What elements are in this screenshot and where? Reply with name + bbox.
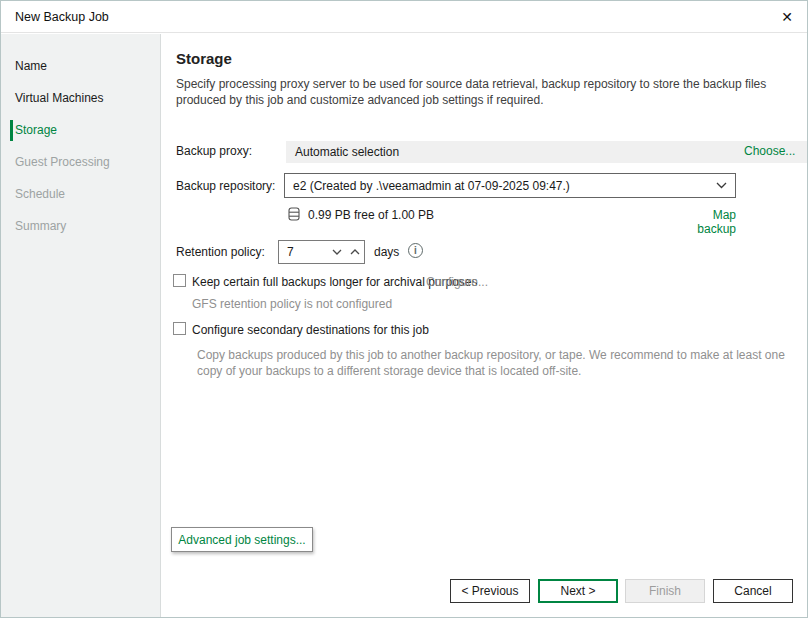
window-title: New Backup Job: [15, 10, 109, 24]
sidebar-item-summary: Summary: [1, 210, 160, 242]
sidebar-item-label: Guest Processing: [15, 155, 110, 169]
previous-button[interactable]: < Previous: [450, 579, 530, 603]
dialog-content: Name Virtual Machines Storage Guest Proc…: [1, 34, 807, 617]
title-bar: New Backup Job ✕: [1, 1, 807, 33]
sidebar-item-name[interactable]: Name: [1, 50, 160, 82]
sidebar-item-schedule: Schedule: [1, 178, 160, 210]
close-icon[interactable]: ✕: [781, 10, 793, 24]
info-icon[interactable]: i: [408, 243, 423, 258]
cancel-button[interactable]: Cancel: [713, 579, 793, 603]
secondary-destinations-description: Copy backups produced by this job to ano…: [197, 347, 808, 379]
chevron-down-icon: [716, 182, 727, 189]
choose-proxy-link[interactable]: Choose...: [744, 144, 795, 158]
sidebar-item-guest-processing: Guest Processing: [1, 146, 160, 178]
advanced-job-settings-button[interactable]: Advanced job settings...: [171, 527, 313, 552]
page-description: Specify processing proxy server to be us…: [176, 76, 804, 108]
backup-repository-label: Backup repository:: [176, 179, 275, 193]
sidebar-item-label: Summary: [15, 219, 66, 233]
stepper-up-icon[interactable]: [346, 241, 364, 263]
repository-free-space: 0.99 PB free of 1.00 PB: [308, 208, 434, 222]
retention-days-value[interactable]: 7: [279, 245, 328, 259]
sidebar-item-label: Name: [15, 59, 47, 73]
wizard-steps-sidebar: Name Virtual Machines Storage Guest Proc…: [1, 34, 161, 617]
page-title: Storage: [176, 50, 232, 67]
sidebar-item-label: Storage: [15, 123, 57, 137]
retention-days-stepper[interactable]: 7: [278, 240, 365, 264]
next-button[interactable]: Next >: [538, 579, 618, 603]
sidebar-item-virtual-machines[interactable]: Virtual Machines: [1, 82, 160, 114]
stepper-down-icon[interactable]: [328, 241, 346, 263]
gfs-configure-link: Configure...: [426, 275, 488, 289]
repository-disk-icon: [288, 207, 300, 221]
finish-button: Finish: [625, 579, 705, 603]
backup-proxy-value: Automatic selection: [286, 141, 808, 163]
map-backup-link[interactable]: Map backup: [673, 208, 736, 236]
storage-step-pane: Storage Specify processing proxy server …: [161, 34, 807, 617]
sidebar-item-label: Virtual Machines: [15, 91, 104, 105]
new-backup-job-dialog: { "window": { "title": "New Backup Job",…: [0, 0, 808, 618]
gfs-checkbox[interactable]: [173, 274, 186, 287]
retention-policy-label: Retention policy:: [176, 245, 265, 259]
secondary-destinations-label[interactable]: Configure secondary destinations for thi…: [192, 323, 429, 337]
backup-proxy-text: Automatic selection: [295, 145, 399, 159]
backup-repository-dropdown[interactable]: e2 (Created by .\veeamadmin at 07-09-202…: [284, 173, 736, 198]
backup-repository-value: e2 (Created by .\veeamadmin at 07-09-202…: [293, 179, 716, 193]
backup-proxy-label: Backup proxy:: [176, 144, 252, 158]
sidebar-item-label: Schedule: [15, 187, 65, 201]
gfs-status-text: GFS retention policy is not configured: [192, 297, 392, 311]
retention-unit-label: days: [374, 245, 399, 259]
sidebar-item-storage[interactable]: Storage: [1, 114, 160, 146]
secondary-destinations-checkbox[interactable]: [173, 322, 186, 335]
